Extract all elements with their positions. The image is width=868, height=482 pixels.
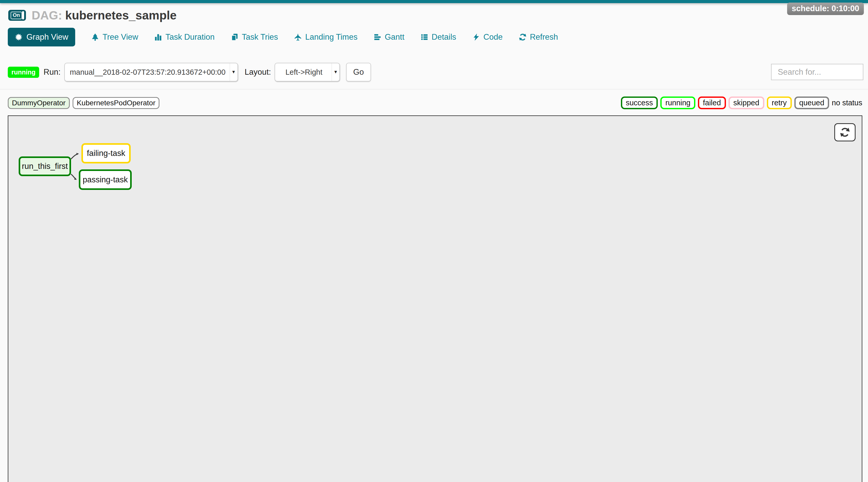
- tab-gantt[interactable]: Gantt: [374, 32, 404, 42]
- legend-state-success: success: [621, 96, 658, 109]
- dag-graph-canvas[interactable]: run_this_first failing-task passing-task: [8, 115, 862, 482]
- tab-label: Task Duration: [165, 32, 215, 42]
- bolt-icon: [472, 33, 480, 41]
- layout-select-caret[interactable]: ▼: [332, 63, 339, 81]
- tab-landing-times[interactable]: Landing Times: [294, 32, 358, 42]
- run-select-value: manual__2018-02-07T23:57:20.913672+00:00: [70, 68, 232, 77]
- refresh-icon: [840, 127, 850, 138]
- legend-state-retry: retry: [767, 96, 792, 109]
- legend-state-no-status: no status: [832, 98, 862, 107]
- tab-graph-view[interactable]: Graph View: [8, 28, 75, 47]
- starburst-icon: [15, 33, 23, 41]
- tab-task-tries[interactable]: Task Tries: [231, 32, 278, 42]
- tab-refresh[interactable]: Refresh: [519, 32, 558, 42]
- copy-pages-icon: [231, 33, 239, 41]
- dag-on-off-toggle[interactable]: On: [8, 10, 26, 21]
- dag-name: kubernetes_sample: [65, 8, 177, 22]
- gantt-bars-icon: [374, 33, 381, 41]
- run-controls: running Run: manual__2018-02-07T23:57:20…: [8, 62, 371, 82]
- tab-label: Graph View: [26, 32, 68, 42]
- list-icon: [421, 33, 428, 41]
- legend-state-queued: queued: [794, 96, 829, 109]
- page-title: DAG:kubernetes_sample: [32, 8, 177, 22]
- tab-tree-view[interactable]: Tree View: [91, 32, 138, 42]
- toggle-knob: [22, 11, 24, 20]
- legend-state-failed: failed: [698, 96, 726, 109]
- run-select-caret[interactable]: ▼: [230, 63, 238, 81]
- tab-code[interactable]: Code: [472, 32, 503, 42]
- tab-task-duration[interactable]: Task Duration: [154, 32, 215, 42]
- tab-label: Details: [432, 32, 456, 42]
- search-input[interactable]: [771, 64, 863, 80]
- dag-prefix-label: DAG:: [32, 8, 62, 22]
- legend-kubernetes-pod-operator: KubernetesPodOperator: [72, 97, 160, 109]
- layout-select-value: Left->Right: [285, 68, 329, 77]
- view-tabs: Graph View Tree View Task Duration Task …: [8, 28, 558, 47]
- legend-row: DummyOperator KubernetesPodOperator succ…: [8, 96, 862, 109]
- tree-icon: [91, 33, 99, 41]
- go-button[interactable]: Go: [346, 63, 371, 82]
- state-legend: success running failed skipped retry que…: [621, 96, 862, 109]
- run-status-badge: running: [8, 67, 39, 78]
- toggle-on-label: On: [11, 12, 22, 19]
- operator-legend: DummyOperator KubernetesPodOperator: [8, 97, 159, 109]
- run-label: Run:: [43, 67, 60, 77]
- top-navbar-strip: [0, 0, 868, 3]
- schedule-badge: schedule: 0:10:00: [787, 3, 864, 15]
- run-select[interactable]: manual__2018-02-07T23:57:20.913672+00:00…: [64, 63, 238, 82]
- tab-label: Refresh: [530, 32, 558, 42]
- tab-label: Gantt: [385, 32, 404, 42]
- tab-label: Tree View: [102, 32, 138, 42]
- legend-state-running: running: [660, 96, 695, 109]
- edge-run-this-first-to-failing-task: [71, 154, 78, 159]
- layout-label: Layout:: [245, 67, 271, 77]
- layout-select[interactable]: Left->Right ▼: [275, 63, 340, 82]
- plane-icon: [294, 33, 302, 41]
- task-node-passing-task[interactable]: passing-task: [79, 170, 132, 190]
- task-node-run-this-first[interactable]: run_this_first: [19, 156, 71, 176]
- tab-label: Code: [484, 32, 503, 42]
- edge-run-this-first-to-passing-task: [71, 174, 76, 180]
- caret-down-icon: ▼: [231, 69, 236, 75]
- caret-down-icon: ▼: [333, 69, 338, 75]
- tab-label: Landing Times: [305, 32, 358, 42]
- legend-state-skipped: skipped: [728, 96, 764, 109]
- tab-label: Task Tries: [242, 32, 278, 42]
- refresh-icon: [519, 33, 527, 41]
- section-divider: [0, 89, 868, 90]
- graph-refresh-button[interactable]: [834, 123, 856, 141]
- bar-chart-icon: [154, 33, 162, 41]
- legend-dummy-operator: DummyOperator: [8, 97, 70, 109]
- dag-header: On DAG:kubernetes_sample: [8, 8, 177, 22]
- task-node-failing-task[interactable]: failing-task: [82, 143, 131, 163]
- tab-details[interactable]: Details: [421, 32, 456, 42]
